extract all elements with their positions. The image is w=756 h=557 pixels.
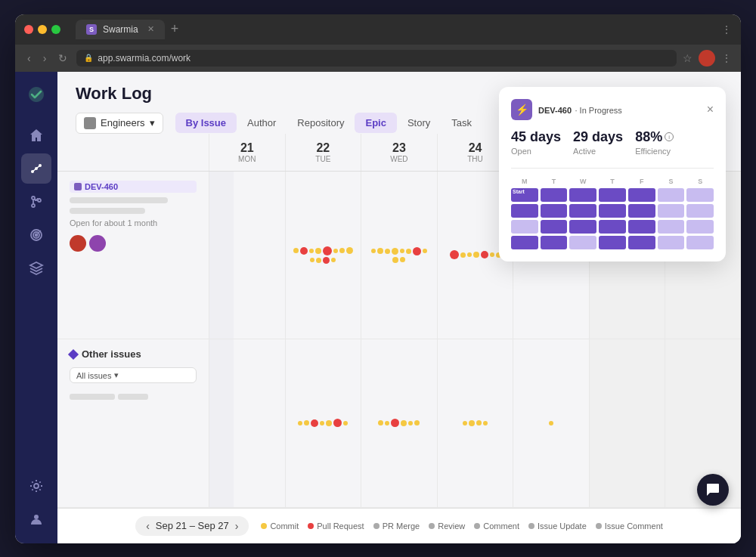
- tab-epic[interactable]: Epic: [355, 113, 396, 133]
- mini-cal-cell: [569, 220, 596, 234]
- mini-cal-cell: [511, 236, 538, 249]
- maximize-window-button[interactable]: [51, 25, 60, 34]
- browser-options-icon[interactable]: ⋮: [721, 52, 732, 64]
- pr-dot: [481, 251, 488, 258]
- pr-dot: [323, 257, 330, 264]
- issue-update-legend-dot: [528, 523, 534, 529]
- other-issues-label-col: Other issues All issues ▾: [57, 339, 209, 507]
- commit-dot: [467, 252, 472, 257]
- tab-story[interactable]: Story: [397, 113, 441, 133]
- tab-task[interactable]: Task: [441, 113, 482, 133]
- mini-cal-cell: [686, 236, 714, 249]
- forward-button[interactable]: ›: [40, 49, 50, 67]
- legend-issue-comment: Issue Comment: [596, 521, 663, 531]
- legend-pr-merge: PR Merge: [373, 521, 420, 531]
- issue-label-dev460: DEV-460 Open for about 1 month: [57, 172, 209, 339]
- legend-comment: Comment: [474, 521, 519, 531]
- bookmark-icon[interactable]: ☆: [683, 52, 692, 64]
- commit-dot: [377, 248, 383, 254]
- issue-open-label: Open for about 1 month: [70, 218, 197, 227]
- legend: Commit Pull Request PR Merge Review: [261, 521, 662, 531]
- commit-dot: [392, 248, 398, 255]
- tab-favicon-icon: S: [86, 24, 97, 35]
- commit-dot: [392, 257, 398, 263]
- legend-pull-request: Pull Request: [308, 521, 364, 531]
- diamond-icon: [68, 348, 79, 359]
- user-avatar[interactable]: [699, 50, 715, 67]
- mini-cal-cell: [599, 204, 626, 218]
- sidebar-item-home[interactable]: [21, 120, 51, 150]
- mini-calendar-heatmap: M T W T F S S Start: [511, 168, 714, 249]
- issue-badge-dev460[interactable]: DEV-460: [70, 181, 197, 193]
- commit-dot: [385, 421, 389, 425]
- chat-button[interactable]: [697, 474, 729, 506]
- mini-cal-cell: [686, 220, 714, 234]
- mini-cal-cell: [541, 220, 568, 234]
- mini-cal-cell: [686, 204, 714, 218]
- svg-point-9: [34, 484, 39, 488]
- sidebar-item-layers[interactable]: [21, 253, 51, 283]
- tab-close-button[interactable]: ✕: [147, 24, 154, 34]
- commit-dot: [414, 420, 420, 425]
- sidebar-item-profile[interactable]: [21, 504, 51, 534]
- cal-label-header: [57, 134, 209, 171]
- pr-legend-dot: [308, 523, 314, 529]
- reload-button[interactable]: ↻: [55, 49, 70, 67]
- commit-dot: [371, 249, 376, 253]
- commit-dot: [406, 249, 411, 254]
- commit-dot: [400, 257, 405, 262]
- mini-cal-cell: [658, 188, 685, 202]
- commit-dot: [346, 247, 353, 254]
- back-button[interactable]: ‹: [24, 49, 34, 67]
- active-tab[interactable]: S Swarmia ✕: [76, 20, 165, 39]
- sidebar-item-radar[interactable]: [21, 220, 51, 250]
- tab-title: Swarmia: [103, 24, 138, 35]
- team-icon: [84, 117, 96, 129]
- tab-repository[interactable]: Repository: [287, 113, 355, 133]
- mini-cal-cell: [658, 236, 685, 249]
- new-tab-button[interactable]: +: [171, 21, 179, 37]
- commit-dot: [326, 420, 332, 426]
- date-navigator: ‹ Sep 21 – Sep 27 ›: [135, 516, 249, 536]
- legend-issue-update: Issue Update: [528, 521, 587, 531]
- all-issues-dropdown[interactable]: All issues ▾: [70, 367, 197, 383]
- stat-active: 29 days Active: [573, 129, 623, 156]
- issue-detail-popup: ⚡ DEV-460 · In Progress × 45 days Open 2…: [499, 87, 726, 261]
- cell-other-wed: [361, 339, 437, 507]
- prev-week-button[interactable]: ‹: [146, 520, 150, 532]
- commit-dot: [385, 249, 390, 254]
- other-issues-heading: Other issues: [70, 348, 197, 360]
- app-logo[interactable]: [23, 81, 50, 108]
- pr-dot: [311, 419, 318, 427]
- team-selector[interactable]: Engineers ▾: [76, 113, 163, 134]
- sidebar-item-settings[interactable]: [21, 471, 51, 501]
- mini-cal-cell: [628, 236, 655, 249]
- commit-dot: [483, 421, 488, 425]
- tab-author[interactable]: Author: [237, 113, 287, 133]
- popup-status: In Progress: [580, 106, 622, 115]
- minimize-window-button[interactable]: [38, 25, 47, 34]
- tab-by-issue[interactable]: By Issue: [175, 113, 237, 133]
- commit-dot: [423, 249, 427, 253]
- pr-dot: [391, 419, 399, 427]
- pr-dot: [450, 250, 459, 259]
- commit-dot: [401, 420, 407, 426]
- mini-cal-cell: [658, 220, 685, 234]
- avatar-1: [70, 235, 86, 252]
- cell-dev460-tue: [285, 172, 361, 339]
- sidebar-item-git[interactable]: [21, 187, 51, 217]
- browser-menu-icon[interactable]: ⋮: [721, 23, 732, 36]
- sidebar-item-analytics[interactable]: [21, 153, 51, 184]
- mini-cal-cell: [569, 204, 596, 218]
- commit-dot: [490, 252, 494, 257]
- chevron-down-icon: ▾: [114, 370, 119, 380]
- view-tabs: By Issue Author Repository Epic Story Ta…: [175, 113, 482, 133]
- popup-close-button[interactable]: ×: [707, 103, 714, 116]
- sidebar: [15, 72, 57, 543]
- blur-label-1: [70, 394, 115, 400]
- other-issues-row: Other issues All issues ▾: [57, 339, 741, 508]
- close-window-button[interactable]: [24, 25, 33, 34]
- next-week-button[interactable]: ›: [235, 520, 239, 532]
- address-bar[interactable]: 🔒 app.swarmia.com/work: [76, 50, 677, 67]
- popup-issue-id: DEV-460: [538, 106, 572, 115]
